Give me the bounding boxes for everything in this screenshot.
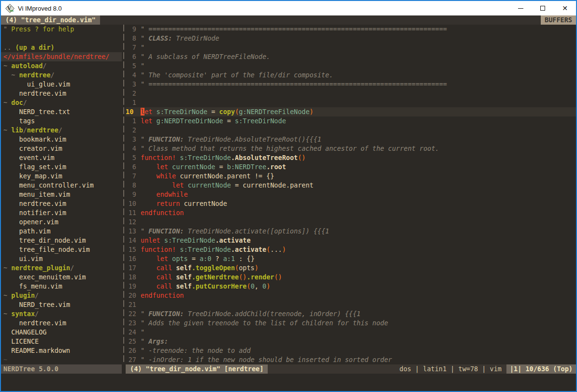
code-row[interactable]: 6 let currentNode = b:NERDTree.root (126, 162, 576, 172)
code-row[interactable]: 22" FUNCTION: TreeDirNode.addChild(treen… (126, 309, 576, 319)
token: ( (246, 282, 250, 290)
tree-row[interactable]: event.vim (1, 153, 122, 162)
code-row[interactable]: 27" -inOrder: 1 if the new node should b… (126, 355, 576, 364)
code-row[interactable]: 20endfunction (126, 291, 576, 300)
vertical-split-separator[interactable] (122, 25, 126, 364)
tree-row[interactable] (1, 34, 122, 43)
tree-row[interactable]: " Press ? for help (1, 25, 122, 34)
tree-row[interactable]: .. (up a dir) (1, 43, 122, 52)
tree-row[interactable]: tags (1, 116, 122, 126)
code-row[interactable]: 18 call self.getNerdtree().render() (126, 273, 576, 282)
code-row[interactable]: 2 (126, 89, 576, 98)
maximize-button[interactable] (532, 1, 554, 15)
code-text (141, 218, 576, 227)
code-row[interactable]: 9" =====================================… (126, 25, 576, 34)
tree-row[interactable]: nerdtree.vim (1, 199, 122, 208)
code-text: endwhile (141, 190, 576, 199)
code-row[interactable]: 13" FUNCTION: TreeDirNode.activate([opti… (126, 227, 576, 236)
tree-row[interactable]: ~ doc/ (1, 98, 122, 107)
code-row[interactable]: 11endfunction (126, 208, 576, 218)
tree-row[interactable]: fs_menu.vim (1, 282, 122, 291)
token: " A subclass of NERDTreeFileNode. (141, 53, 270, 60)
code-row[interactable]: 23" Adds the given treenode to the list … (126, 319, 576, 328)
token: () (274, 273, 282, 281)
code-row[interactable]: 3" =====================================… (126, 80, 576, 89)
code-row[interactable]: 10let s:TreeDirNode = copy(g:NERDTreeFil… (126, 107, 576, 116)
tree-row[interactable]: path.vim (1, 227, 122, 236)
tree-row[interactable]: menu_controller.vim (1, 181, 122, 190)
tree-row[interactable]: key_map.vim (1, 172, 122, 181)
tree-row[interactable]: ~ nerdtree/ (1, 71, 122, 80)
code-row[interactable]: 19 call self.putCursorHere(0, 0) (126, 282, 576, 291)
code-row[interactable]: 1let g:NERDTreeDirNode = s:TreeDirNode (126, 116, 576, 126)
tree-row[interactable]: menu_item.vim (1, 190, 122, 199)
code-text: " -inOrder: 1 if the new node should be … (141, 355, 576, 364)
tree-row[interactable]: ~ (1, 355, 122, 364)
code-row[interactable]: 3" FUNCTION: TreeDirNode.AbsoluteTreeRoo… (126, 135, 576, 144)
token (141, 255, 157, 262)
code-row[interactable]: 26" -treenode: the node to add (126, 346, 576, 355)
code-row[interactable]: 10 return currentNode (126, 199, 576, 208)
window-controls: ✕ (509, 1, 576, 15)
tree-row[interactable]: ~ plugin/ (1, 291, 122, 300)
code-row[interactable]: 8 let currentNode = currentNode.parent (126, 181, 576, 190)
tree-row[interactable]: </vimfiles/bundle/nerdtree/ (1, 52, 122, 61)
code-row[interactable]: 16 let opts = a:0 ? a:1 : {} (126, 254, 576, 263)
code-row[interactable]: 5" (126, 61, 576, 71)
tree-row[interactable]: flag_set.vim (1, 162, 122, 172)
tree-row[interactable]: bookmark.vim (1, 135, 122, 144)
line-number: 2 (126, 126, 136, 135)
token: flag_set.vim (3, 163, 66, 171)
code-row[interactable]: 7 while currentNode.parent != {} (126, 172, 576, 181)
buffers-label[interactable]: BUFFERS (541, 15, 576, 25)
nerdtree-panel[interactable]: " Press ? for help.. (up a dir)</vimfile… (1, 25, 122, 364)
tree-row[interactable]: LICENCE (1, 337, 122, 346)
code-row[interactable]: 12 (126, 218, 576, 227)
tree-row[interactable]: README.markdown (1, 346, 122, 355)
tree-row[interactable]: NERD_tree.vim (1, 300, 122, 309)
code-row[interactable]: 25" Args: (126, 337, 576, 346)
token: function! (141, 154, 176, 161)
code-row[interactable]: 4" Class method that returns the highest… (126, 144, 576, 153)
tree-row[interactable]: exec_menuitem.vim (1, 273, 122, 282)
tree-row[interactable]: ~ autoload/ (1, 61, 122, 71)
code-row[interactable]: 15function! s:TreeDirNode.activate(...) (126, 245, 576, 254)
tab-tree-dir-node[interactable]: (4) "tree_dir_node.vim" (1, 15, 100, 25)
code-row[interactable]: 4" The 'composite' part of the file/dir … (126, 71, 576, 80)
code-text: " The 'composite' part of the file/dir c… (141, 71, 576, 80)
code-row[interactable]: 2 (126, 126, 576, 135)
tree-row[interactable]: creator.vim (1, 144, 122, 153)
code-row[interactable]: 7" (126, 43, 576, 52)
token: ) (310, 108, 314, 116)
code-row[interactable]: 14unlet s:TreeDirNode.activate (126, 236, 576, 245)
tree-row[interactable]: ~ nerdtree_plugin/ (1, 263, 122, 273)
code-row[interactable]: 9 endwhile (126, 190, 576, 199)
code-row[interactable]: 8" CLASS: TreeDirNode (126, 34, 576, 43)
close-button[interactable]: ✕ (554, 1, 576, 15)
tree-row[interactable]: opener.vim (1, 218, 122, 227)
tree-row[interactable]: ui.vim (1, 254, 122, 263)
line-number: 25 (126, 337, 136, 346)
tree-row[interactable]: ui_glue.vim (1, 80, 122, 89)
token: tree_dir_node.vim (3, 236, 86, 244)
minimize-button[interactable] (509, 1, 532, 15)
tree-row[interactable]: nerdtree.vim (1, 319, 122, 328)
code-row[interactable]: 24" (126, 328, 576, 337)
tree-row[interactable]: CHANGELOG (1, 328, 122, 337)
code-row[interactable]: 17 call self.toggleOpen(opts) (126, 263, 576, 273)
tree-row[interactable]: tree_file_node.vim (1, 245, 122, 254)
tree-row[interactable]: ~ lib/nerdtree/ (1, 126, 122, 135)
tree-row[interactable]: notifier.vim (1, 208, 122, 218)
code-row[interactable]: 6" A subclass of NERDTreeFileNode. (126, 52, 576, 61)
code-text (141, 300, 576, 309)
tree-row[interactable]: ~ syntax/ (1, 309, 122, 319)
tree-row[interactable]: tree_dir_node.vim (1, 236, 122, 245)
code-row[interactable]: 5function! s:TreeDirNode.AbsoluteTreeRoo… (126, 153, 576, 162)
code-row[interactable]: 1 (126, 98, 576, 107)
line-number: 14 (126, 236, 136, 245)
tree-row[interactable]: NERD_tree.txt (1, 107, 122, 116)
token (141, 273, 157, 281)
code-row[interactable]: 21 (126, 300, 576, 309)
code-area[interactable]: 9" =====================================… (126, 25, 576, 364)
tree-row[interactable]: nerdtree.vim (1, 89, 122, 98)
